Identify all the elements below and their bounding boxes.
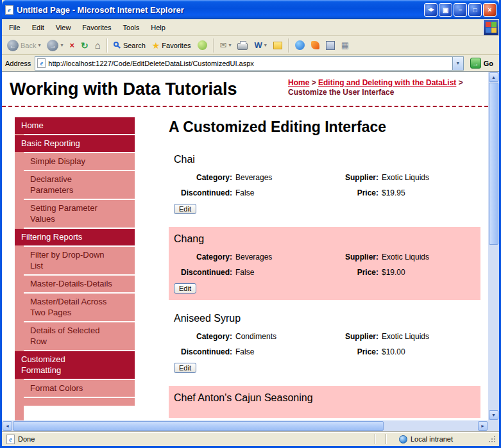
back-dropdown-icon[interactable]: ▾: [38, 42, 40, 48]
discontinued-value: False: [235, 347, 332, 356]
refresh-button[interactable]: ↻: [78, 37, 91, 54]
product-aniseed-syrup: Aniseed SyrupCategory:CondimentsSupplier…: [169, 306, 480, 379]
breadcrumb-link-editing-and-deleting-with-the-datalist[interactable]: Editing and Deleting with the DataList: [318, 78, 456, 87]
grid-icon: ▦: [341, 41, 349, 49]
sidebar-item-details-of-selected-row[interactable]: Details of Selected Row: [24, 322, 135, 350]
edit-dropdown-icon[interactable]: ▾: [264, 42, 267, 48]
sidebar-item-master-details-details[interactable]: Master-Details-Details: [24, 276, 135, 292]
supplier-label: Supplier:: [332, 332, 382, 341]
print-button[interactable]: [235, 37, 250, 54]
sidebar-item-blank[interactable]: [24, 398, 135, 406]
addon-button-2[interactable]: [309, 37, 322, 54]
favorites-button[interactable]: ★ Favorites: [149, 37, 194, 54]
go-button[interactable]: → Go: [468, 58, 496, 69]
status-text: Done: [18, 435, 35, 443]
windows-logo-icon: [483, 20, 498, 35]
forward-dropdown-icon[interactable]: ▾: [60, 42, 63, 48]
close-button[interactable]: ×: [483, 3, 497, 17]
sidebar-item-simple-display[interactable]: Simple Display: [24, 153, 135, 170]
home-button[interactable]: ⌂: [92, 37, 103, 54]
menu-view[interactable]: View: [50, 21, 77, 35]
sidebar-section-customized-formatting[interactable]: Customized Formatting: [15, 351, 135, 379]
back-button[interactable]: ← Back ▾: [4, 37, 43, 54]
product-name: Chai: [174, 154, 475, 165]
sidebar-section-filtering-reports[interactable]: Filtering Reports: [15, 229, 135, 245]
vertical-scrollbar[interactable]: ▲ ▼: [488, 72, 499, 420]
title-bar[interactable]: e Untitled Page - Microsoft Internet Exp…: [2, 0, 499, 19]
forward-button[interactable]: → ▾: [44, 37, 65, 54]
browser-window: e Untitled Page - Microsoft Internet Exp…: [0, 0, 501, 448]
window-title: Untitled Page - Microsoft Internet Explo…: [17, 5, 421, 15]
mail-button[interactable]: ✉ ▾: [217, 37, 234, 54]
category-label: Category:: [174, 253, 235, 261]
title-nav-button[interactable]: ◀▶: [424, 3, 437, 17]
sidebar-item-format-colors[interactable]: Format Colors: [24, 380, 135, 397]
scroll-up-button[interactable]: ▲: [489, 72, 498, 82]
resize-grip[interactable]: [488, 435, 497, 444]
calculator-icon: [326, 41, 335, 50]
address-bar: Address e http://localhost:1227/Code/Edi…: [2, 55, 499, 72]
sidebar-section-basic-reporting[interactable]: Basic Reporting: [15, 135, 135, 152]
product-name: Chef Anton's Cajun Seasoning: [174, 392, 475, 404]
discuss-button[interactable]: [271, 37, 285, 54]
mail-icon: ✉: [220, 41, 227, 49]
product-details: Category:CondimentsSupplier:Exotic Liqui…: [174, 332, 475, 356]
scroll-down-button[interactable]: ▼: [489, 410, 498, 420]
supplier-value: Exotic Liquids: [382, 332, 475, 341]
search-button[interactable]: Search: [111, 37, 148, 54]
flame-icon: [311, 41, 319, 49]
media-button[interactable]: [195, 37, 210, 54]
address-dropdown-button[interactable]: ▾: [452, 57, 463, 70]
mail-dropdown-icon[interactable]: ▾: [228, 42, 231, 48]
forward-icon: →: [47, 40, 58, 51]
messenger-button[interactable]: [293, 37, 307, 54]
category-value: Beverages: [235, 253, 332, 261]
discontinued-label: Discontinued:: [174, 268, 235, 277]
sidebar-item-setting-parameter-values[interactable]: Setting Parameter Values: [24, 200, 135, 228]
minimize-button[interactable]: –: [454, 3, 467, 17]
menu-tools[interactable]: Tools: [117, 21, 146, 35]
menu-help[interactable]: Help: [145, 21, 171, 35]
addon-button-3[interactable]: [323, 37, 337, 54]
addon-button-4[interactable]: ▦: [339, 37, 352, 54]
product-chai: ChaiCategory:BeveragesSupplier:Exotic Li…: [169, 147, 480, 220]
category-value: Condiments: [235, 332, 332, 341]
horizontal-scrollbar[interactable]: ◄ ►: [2, 420, 488, 431]
menu-favorites[interactable]: Favorites: [76, 21, 117, 35]
discontinued-label: Discontinued:: [174, 347, 235, 356]
scroll-left-button[interactable]: ◄: [3, 421, 12, 431]
scroll-right-button[interactable]: ►: [478, 421, 488, 431]
edit-page-button[interactable]: W ▾: [251, 37, 269, 54]
sidebar-item-master-detail-across-two-pages[interactable]: Master/Detail Across Two Pages: [24, 294, 135, 321]
edit-button[interactable]: Edit: [174, 204, 196, 214]
main-content: A Customized Editing Interface ChaiCateg…: [169, 117, 480, 420]
maximize-button[interactable]: □: [468, 3, 482, 17]
sidebar-item-filter-by-drop-down-list[interactable]: Filter by Drop-Down List: [24, 247, 135, 274]
discontinued-value: False: [235, 188, 332, 197]
web-page: Working with Data Tutorials Home > Editi…: [2, 72, 488, 420]
status-bar: e Done Local intranet: [2, 431, 499, 446]
supplier-label: Supplier:: [332, 253, 382, 261]
horizontal-scroll-thumb[interactable]: [13, 421, 384, 431]
price-value: $19.00: [382, 268, 475, 277]
status-divider: [386, 434, 387, 444]
status-divider: [375, 434, 376, 444]
address-input[interactable]: e http://localhost:1227/Code/EditDeleteD…: [35, 56, 463, 71]
sidebar-section-home[interactable]: Home: [15, 117, 135, 134]
scrollbar-corner: [488, 420, 499, 431]
status-panel: e Done: [4, 435, 373, 444]
breadcrumb-link-home[interactable]: Home: [288, 78, 309, 87]
edit-button[interactable]: Edit: [174, 283, 196, 294]
edit-button[interactable]: Edit: [174, 363, 196, 373]
sidebar-item-declarative-parameters[interactable]: Declarative Parameters: [24, 171, 135, 199]
title-window-button[interactable]: ▣: [439, 3, 452, 17]
price-label: Price:: [332, 188, 382, 197]
stop-button[interactable]: ×: [67, 37, 78, 54]
menu-edit[interactable]: Edit: [26, 21, 50, 35]
vertical-scroll-thumb[interactable]: [489, 83, 498, 245]
messenger-icon: [295, 40, 305, 50]
address-label: Address: [5, 60, 31, 67]
menu-file[interactable]: File: [3, 21, 26, 35]
product-list: ChaiCategory:BeveragesSupplier:Exotic Li…: [169, 147, 480, 418]
address-url: http://localhost:1227/Code/EditDeleteDat…: [48, 60, 449, 67]
